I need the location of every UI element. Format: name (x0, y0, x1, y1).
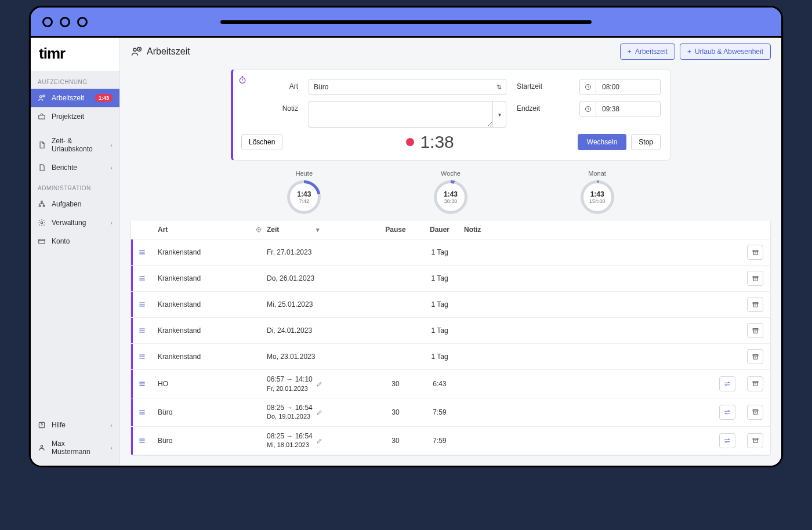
swap-button[interactable] (719, 433, 735, 448)
traffic-light[interactable] (77, 17, 88, 27)
svg-rect-7 (39, 239, 45, 244)
archive-button[interactable] (747, 245, 763, 260)
drag-handle-icon[interactable] (138, 408, 153, 416)
cell-dauer: 1 Tag (420, 326, 459, 335)
sidebar-item-verwaltung[interactable]: Verwaltung › (31, 213, 119, 232)
gauge-label: Monat (588, 170, 606, 177)
col-pause[interactable]: Pause (376, 226, 415, 234)
start-time-value: 08:00 (596, 79, 625, 95)
drag-handle-icon[interactable] (138, 380, 153, 388)
archive-button[interactable] (747, 297, 763, 312)
gauge-ring: 1:43 154:00 (581, 180, 614, 214)
drag-handle-icon[interactable] (138, 274, 153, 282)
chevron-right-icon: › (110, 444, 113, 451)
plus-icon: + (687, 48, 691, 56)
archive-button[interactable] (747, 376, 763, 391)
end-time-input[interactable]: 09:38 (579, 101, 661, 117)
cell-zeit: Fr, 27.01.2023 (267, 248, 371, 256)
start-label: Startzeit (517, 79, 569, 90)
pencil-icon[interactable] (316, 380, 323, 387)
cell-zeit: 06:57 → 14:10Fr, 20.01.2023 (267, 375, 371, 393)
table-row: Krankenstand Mi, 25.01.2023 1 Tag (131, 292, 770, 318)
traffic-light[interactable] (42, 17, 53, 27)
note-textarea[interactable] (309, 101, 492, 128)
col-dauer[interactable]: Dauer (420, 226, 459, 234)
chevron-right-icon: › (110, 164, 113, 171)
sidebar-item-berichte[interactable]: Berichte › (31, 158, 119, 177)
svg-point-6 (41, 222, 43, 224)
cell-dauer: 1 Tag (420, 274, 459, 282)
drag-handle-icon[interactable] (138, 248, 153, 256)
person-time-icon (38, 94, 46, 102)
sidebar-item-projektzeit[interactable]: Projektzeit (31, 107, 119, 126)
main-content: Arbeitszeit + Arbeitszeit + Urlaub & Abw… (120, 38, 781, 466)
cell-dauer: 7:59 (420, 408, 459, 416)
table-row: Krankenstand Di, 24.01.2023 1 Tag (131, 318, 770, 344)
content-inner: Art Büro ⇅ Startzeit 08:00 (120, 66, 781, 466)
svg-point-15 (257, 228, 261, 232)
switch-button[interactable]: Wechseln (578, 134, 626, 150)
swap-button[interactable] (719, 376, 735, 391)
gauge-sub-value: 38:30 (444, 198, 458, 204)
add-worktime-button[interactable]: + Arbeitszeit (620, 43, 675, 60)
start-time-input[interactable]: 08:00 (579, 79, 661, 95)
gauge-sub-value: 154:00 (589, 198, 606, 204)
top-actions: + Arbeitszeit + Urlaub & Abwesenheit (620, 43, 771, 60)
col-art[interactable]: Art (158, 226, 168, 234)
chevron-right-icon: › (110, 219, 113, 226)
drag-handle-icon[interactable] (138, 300, 153, 308)
drag-handle-icon[interactable] (138, 437, 153, 445)
browser-titlebar (31, 8, 781, 38)
cell-art: HO (158, 380, 262, 388)
cell-art: Büro (158, 437, 262, 445)
elapsed-value: 1:38 (420, 132, 454, 152)
note-dropdown-button[interactable]: ▾ (492, 101, 506, 128)
traffic-light[interactable] (60, 17, 70, 27)
table-row: Krankenstand Do, 26.01.2023 1 Tag (131, 266, 770, 292)
delete-button[interactable]: Löschen (241, 134, 282, 150)
table-row: HO 06:57 → 14:10Fr, 20.01.2023 30 6:43 (131, 370, 770, 398)
pencil-icon[interactable] (316, 409, 323, 416)
archive-button[interactable] (747, 323, 763, 338)
end-time-value: 09:38 (596, 101, 625, 117)
sidebar-item-zeitkonto[interactable]: Zeit- & Urlaubskonto › (31, 132, 119, 158)
chevron-right-icon: › (110, 422, 113, 429)
cell-art: Krankenstand (158, 274, 262, 282)
sidebar: timr AUFZEICHNUNG Arbeitszeit 1:43 Proje… (31, 38, 120, 466)
pencil-icon[interactable] (316, 437, 323, 444)
traffic-lights (42, 17, 88, 27)
cell-dauer: 1 Tag (420, 353, 459, 361)
sidebar-item-arbeitszeit[interactable]: Arbeitszeit 1:43 (31, 89, 119, 107)
sidebar-item-label: Projektzeit (52, 112, 84, 121)
cell-zeit: 08:25 → 16:54Do, 19.01.2023 (267, 404, 371, 421)
target-icon[interactable] (255, 226, 262, 233)
sidebar-item-hilfe[interactable]: Hilfe › (31, 416, 119, 434)
drag-handle-icon[interactable] (138, 353, 153, 361)
table-row: Krankenstand Fr, 27.01.2023 1 Tag (131, 239, 770, 266)
stop-button[interactable]: Stop (631, 134, 661, 150)
document-icon (38, 164, 46, 172)
cell-art: Krankenstand (158, 353, 262, 361)
type-select[interactable]: Büro (309, 79, 506, 95)
svg-rect-20 (753, 328, 758, 329)
sidebar-item-label: Arbeitszeit (52, 94, 84, 102)
col-zeit-sortable[interactable]: Zeit ▾ (267, 226, 371, 234)
archive-button[interactable] (747, 433, 763, 448)
sidebar-item-user[interactable]: Max Mustermann › (31, 434, 119, 461)
document-icon (38, 141, 46, 149)
archive-button[interactable] (747, 349, 763, 364)
user-icon (38, 444, 46, 452)
swap-button[interactable] (719, 405, 735, 420)
svg-point-9 (41, 445, 43, 448)
add-absence-button[interactable]: + Urlaub & Abwesenheit (680, 43, 771, 60)
drag-handle-icon[interactable] (138, 326, 153, 335)
gauge-ring: 1:43 38:30 (434, 180, 467, 214)
sidebar-item-label: Konto (52, 237, 70, 245)
section-label-recording: AUFZEICHNUNG (31, 71, 119, 89)
col-notiz[interactable]: Notiz (464, 226, 708, 234)
sidebar-item-konto[interactable]: Konto (31, 232, 119, 251)
archive-button[interactable] (747, 271, 763, 286)
sidebar-item-aufgaben[interactable]: Aufgaben (31, 195, 119, 213)
archive-button[interactable] (747, 405, 763, 420)
gauge-main-value: 1:43 (444, 190, 458, 198)
